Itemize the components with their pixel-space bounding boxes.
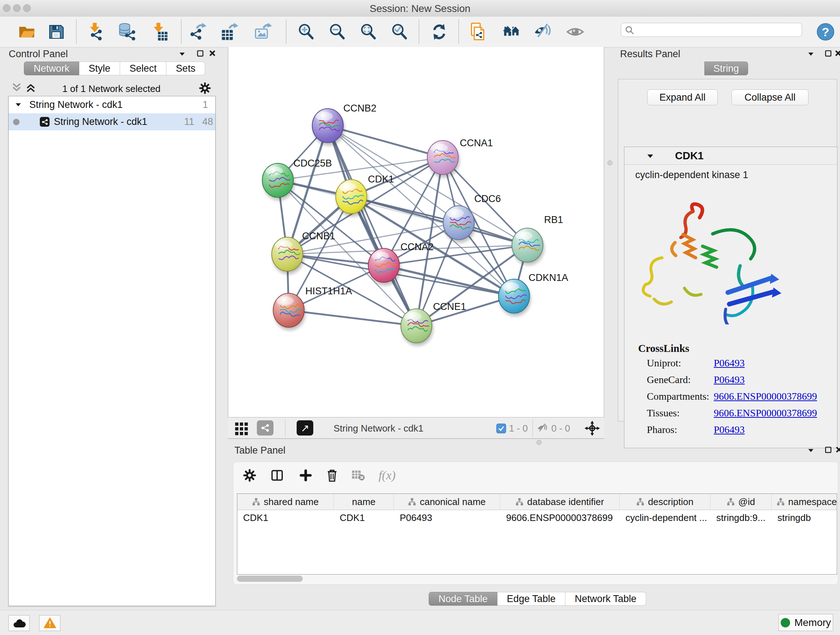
table-options-button[interactable] xyxy=(239,465,261,486)
cell-name[interactable]: CDK1 xyxy=(334,510,394,525)
zoom-in-button[interactable] xyxy=(296,22,316,42)
network-edge-HIST1H1A-CCNE1[interactable] xyxy=(289,310,416,326)
memory-button[interactable]: Memory xyxy=(778,614,833,631)
expand-all-networks-button[interactable] xyxy=(26,83,35,92)
zoom-fit-button[interactable] xyxy=(358,22,378,42)
search-field[interactable] xyxy=(621,23,802,37)
maximize-panel-button[interactable] xyxy=(195,49,205,58)
cell-database-identifier[interactable]: 9606.ENSP00000378699 xyxy=(500,510,620,525)
network-node-HIST1H1A[interactable] xyxy=(273,293,305,330)
zoom-selected-button[interactable] xyxy=(389,22,409,42)
warnings-button[interactable] xyxy=(39,615,60,631)
tab-string[interactable]: String xyxy=(704,62,748,75)
table-row[interactable]: CDK1CDK1P064939606.ENSP00000378699cyclin… xyxy=(237,510,837,525)
network-node-CDC25B[interactable] xyxy=(262,163,294,200)
memory-status-dot xyxy=(781,618,790,627)
maximize-panel-button[interactable] xyxy=(823,445,833,454)
column-header-database-identifier[interactable]: database identifier xyxy=(500,494,620,510)
zoom-out-button[interactable] xyxy=(327,22,347,42)
node-label-CCNB2: CCNB2 xyxy=(343,103,377,114)
network-row[interactable]: String Network - cdk1 11 48 xyxy=(9,113,215,130)
open-session-button[interactable] xyxy=(17,22,37,42)
close-panel-button[interactable] xyxy=(208,49,217,58)
import-table-from-file-button[interactable] xyxy=(149,22,169,42)
new-network-from-selection-button[interactable] xyxy=(469,22,489,42)
vertical-splitter-handle[interactable] xyxy=(607,160,613,165)
export-table-button[interactable] xyxy=(220,22,240,42)
network-node-CCNB2[interactable] xyxy=(312,109,344,146)
network-node-CCNA1[interactable] xyxy=(427,141,459,177)
network-selection-status: 1 of 1 Network selected xyxy=(43,83,180,95)
protein-structure-image xyxy=(639,198,783,325)
crosslink-link[interactable]: P06493 xyxy=(714,357,745,369)
float-panel-button[interactable] xyxy=(806,49,815,59)
delete-column-button[interactable] xyxy=(321,465,343,486)
tab-select[interactable]: Select xyxy=(120,62,166,75)
selected-nodes-checkbox[interactable]: 1 - 0 xyxy=(496,420,528,436)
horizontal-scrollbar-thumb[interactable] xyxy=(237,576,303,582)
cell-description[interactable]: cyclin-dependent ... xyxy=(620,510,711,525)
show-grid-button[interactable] xyxy=(234,420,249,436)
column-header-namespace[interactable]: namespace xyxy=(772,494,837,510)
float-panel-button[interactable] xyxy=(177,49,187,59)
crosslink-link[interactable]: 9606.ENSP00000378699 xyxy=(714,391,817,402)
check-icon xyxy=(498,425,505,432)
maximize-panel-button[interactable] xyxy=(823,49,833,58)
cell--id[interactable]: stringdb:9... xyxy=(711,510,772,525)
column-header-shared-name[interactable]: shared name xyxy=(237,494,334,510)
show-columns-button[interactable] xyxy=(266,465,288,486)
network-options-button[interactable] xyxy=(199,82,211,94)
tab-style[interactable]: Style xyxy=(79,62,120,75)
column-header-description[interactable]: description xyxy=(620,494,711,510)
tab-node-table[interactable]: Node Table xyxy=(429,592,497,606)
network-graph[interactable]: CCNB2CCNA1CDC25BCDK1CDC6RB1CCNB1CCNA2CDK… xyxy=(228,47,604,417)
cell-canonical-name[interactable]: P06493 xyxy=(394,510,500,525)
network-node-CDC6[interactable] xyxy=(443,206,475,242)
column-header--id[interactable]: @id xyxy=(711,494,772,510)
network-node-CCNE1[interactable] xyxy=(401,309,433,346)
save-session-button[interactable] xyxy=(46,22,66,42)
cell-namespace[interactable]: stringdb xyxy=(772,510,837,525)
create-column-button[interactable] xyxy=(295,465,317,486)
node-details-header[interactable]: CDK1 xyxy=(624,147,837,165)
network-view-share-button[interactable] xyxy=(257,420,273,435)
column-header-name[interactable]: name xyxy=(334,494,394,510)
cell-shared-name[interactable]: CDK1 xyxy=(237,510,334,525)
network-collection-row[interactable]: String Network - cdk1 1 xyxy=(9,96,215,113)
hide-selection-button[interactable] xyxy=(532,22,553,42)
network-node-RB1[interactable] xyxy=(512,228,544,265)
close-panel-button[interactable] xyxy=(834,49,840,58)
network-view-canvas[interactable]: CCNB2CCNA1CDC25BCDK1CDC6RB1CCNB1CCNA2CDK… xyxy=(228,47,604,417)
apply-preferred-layout-button[interactable] xyxy=(429,22,449,42)
network-label: String Network - cdk1 xyxy=(54,116,147,127)
crosslink-link[interactable]: P06493 xyxy=(714,424,745,435)
crosslink-link[interactable]: 9606.ENSP00000378699 xyxy=(714,407,817,419)
toolbar-separator xyxy=(458,19,459,43)
tab-sets[interactable]: Sets xyxy=(166,62,205,75)
column-header-canonical-name[interactable]: canonical name xyxy=(394,494,500,510)
show-all-button[interactable] xyxy=(565,22,585,42)
close-panel-button[interactable] xyxy=(834,445,840,454)
expand-all-button[interactable]: Expand All xyxy=(647,89,718,105)
export-image-button[interactable] xyxy=(253,22,273,42)
cloud-status-button[interactable] xyxy=(8,615,30,631)
network-node-CCNB1[interactable] xyxy=(272,237,304,274)
collapse-all-button[interactable]: Collapse All xyxy=(731,89,808,105)
tab-edge-table[interactable]: Edge Table xyxy=(497,592,565,606)
tab-network[interactable]: Network xyxy=(24,62,79,75)
help-button[interactable]: ? xyxy=(817,23,834,41)
search-input[interactable] xyxy=(634,25,791,35)
export-network-button[interactable] xyxy=(188,22,208,42)
fit-selection-button[interactable] xyxy=(584,420,600,436)
first-neighbors-button[interactable] xyxy=(501,22,522,42)
hidden-elements-indicator[interactable]: 0 - 0 xyxy=(536,420,570,436)
import-network-from-database-button[interactable] xyxy=(117,22,137,42)
birds-eye-view-button[interactable]: ↗ xyxy=(297,420,313,435)
crosslink-link[interactable]: P06493 xyxy=(714,374,745,386)
tab-network-table[interactable]: Network Table xyxy=(565,592,646,606)
collapse-all-networks-button[interactable] xyxy=(12,83,21,92)
import-network-from-file-button[interactable] xyxy=(85,22,106,42)
float-panel-button[interactable] xyxy=(806,446,815,455)
network-node-CDKN1A[interactable] xyxy=(499,279,531,316)
network-node-CDK1[interactable] xyxy=(336,180,368,217)
